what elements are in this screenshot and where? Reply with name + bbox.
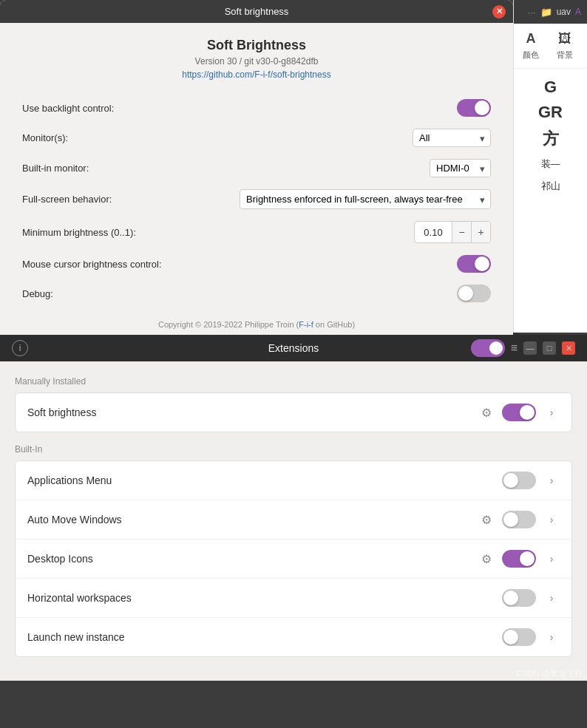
watermark: CSDN @集智飞行 bbox=[517, 668, 583, 679]
panel-g-text: G bbox=[520, 75, 581, 100]
right-panel: ··· 📁 uav A A 颜色 🖼 背景 G GR 方 装— 祁山 bbox=[513, 0, 587, 333]
manually-installed-title: Manually Installed bbox=[15, 376, 572, 387]
background-tab-icon: 🖼 bbox=[558, 31, 571, 47]
background-tab-label: 背景 bbox=[557, 50, 573, 61]
ext-item-desktop-icons: Desktop Icons ⚙ › bbox=[16, 540, 571, 579]
window-close-button[interactable]: ✕ bbox=[492, 5, 506, 18]
chevron-right-soft-brightness[interactable]: › bbox=[543, 404, 560, 421]
ext-item-name-launch-new-instance: Launch new instance bbox=[27, 631, 502, 643]
color-tab-label: 颜色 bbox=[523, 50, 539, 61]
copyright-suffix: on GitHub) bbox=[313, 320, 355, 329]
chevron-right-launch-new-instance[interactable]: › bbox=[543, 629, 560, 645]
window-version: Version 30 / git v30-0-g8842dfb bbox=[22, 56, 491, 67]
debug-toggle-thumb bbox=[458, 286, 473, 301]
toggle-launch-new-instance[interactable] bbox=[502, 628, 536, 646]
toggle-desktop-icons[interactable] bbox=[502, 550, 536, 568]
min-brightness-control: 0.10 − + bbox=[414, 221, 491, 243]
toggle-desktop-icons-thumb bbox=[520, 551, 535, 566]
info-button[interactable]: i bbox=[12, 340, 28, 356]
folder-icon: 📁 bbox=[540, 7, 552, 18]
ext-item-name-auto-move-windows: Auto Move Windows bbox=[27, 514, 478, 525]
backlight-toggle-thumb bbox=[475, 101, 489, 115]
background-tab[interactable]: 🖼 背景 bbox=[548, 24, 582, 68]
ext-item-actions-desktop-icons: ⚙ › bbox=[478, 550, 560, 568]
backlight-label: Use backlight control: bbox=[22, 103, 114, 114]
info-icon: i bbox=[19, 343, 21, 353]
min-brightness-increase-button[interactable]: + bbox=[471, 222, 490, 242]
toggle-horizontal-workspaces-thumb bbox=[503, 591, 518, 605]
ext-item-actions-applications-menu: › bbox=[502, 472, 560, 489]
mouse-brightness-toggle-thumb bbox=[475, 256, 489, 271]
titlebar-title: Soft brightness bbox=[225, 6, 289, 17]
toggle-auto-move-windows-thumb bbox=[503, 512, 518, 527]
maximize-icon: □ bbox=[547, 344, 552, 353]
backlight-toggle[interactable] bbox=[457, 99, 491, 117]
ext-item-name-soft-brightness: Soft brightness bbox=[27, 406, 478, 418]
hamburger-icon[interactable]: ≡ bbox=[511, 341, 518, 355]
fullscreen-select[interactable]: Brightness enforced in full-screen, alwa… bbox=[240, 189, 491, 209]
min-brightness-label: Minimum brightness (0..1): bbox=[22, 227, 136, 238]
toggle-applications-menu[interactable] bbox=[502, 472, 536, 489]
debug-toggle[interactable] bbox=[457, 285, 491, 302]
monitors-label: Monitor(s): bbox=[22, 132, 68, 143]
gear-icon-soft-brightness[interactable]: ⚙ bbox=[478, 404, 495, 421]
fullscreen-select-wrapper: Brightness enforced in full-screen, alwa… bbox=[240, 189, 491, 209]
panel-content: G GR 方 装— 祁山 bbox=[514, 69, 587, 203]
ext-item-horizontal-workspaces: Horizontal workspaces › bbox=[16, 579, 571, 618]
builtin-list: Applications Menu › Auto Move Windows ⚙ bbox=[15, 460, 572, 657]
ext-item-name-applications-menu: Applications Menu bbox=[27, 474, 502, 486]
toggle-applications-menu-thumb bbox=[503, 473, 518, 488]
builtin-setting-row: Built-in monitor: HDMI-0 bbox=[22, 153, 491, 183]
ext-item-name-horizontal-workspaces: Horizontal workspaces bbox=[27, 592, 502, 604]
color-tab-icon: A bbox=[526, 31, 536, 47]
backlight-setting-row: Use backlight control: bbox=[22, 93, 491, 123]
toggle-auto-move-windows[interactable] bbox=[502, 511, 536, 528]
min-brightness-setting-row: Minimum brightness (0..1): 0.10 − + bbox=[22, 215, 491, 249]
monitors-select-wrapper: All Primary All monitors bbox=[413, 129, 491, 147]
panel-tabs: A 颜色 🖼 背景 bbox=[514, 24, 587, 69]
builtin-label: Built-in monitor: bbox=[22, 163, 89, 174]
chevron-right-applications-menu[interactable]: › bbox=[543, 472, 560, 489]
toggle-soft-brightness[interactable] bbox=[502, 404, 536, 421]
github-link[interactable]: https://github.com/F-i-f/soft-brightness bbox=[22, 69, 491, 80]
chevron-right-horizontal-workspaces[interactable]: › bbox=[543, 590, 560, 606]
ext-item-launch-new-instance: Launch new instance › bbox=[16, 618, 571, 656]
window-main-title: Soft Brightness bbox=[22, 38, 491, 53]
copyright-text: Copyright © 2019-2022 Philippe Troin (F-… bbox=[22, 320, 491, 329]
panel-qishan-text: 祁山 bbox=[520, 175, 581, 197]
chevron-right-desktop-icons[interactable]: › bbox=[543, 551, 560, 567]
builtin-select[interactable]: HDMI-0 bbox=[430, 159, 491, 177]
builtin-title: Built-In bbox=[15, 444, 572, 455]
extensions-titlebar-left: i bbox=[12, 340, 28, 356]
debug-label: Debug: bbox=[22, 288, 53, 299]
dots-icon: ··· bbox=[528, 7, 536, 18]
extensions-body: Manually Installed Soft brightness ⚙ › B… bbox=[0, 361, 587, 681]
fullscreen-label: Full-screen behavior: bbox=[22, 194, 112, 205]
chevron-right-auto-move-windows[interactable]: › bbox=[543, 511, 560, 528]
right-panel-topbar: ··· 📁 uav A bbox=[514, 0, 587, 24]
copyright-link[interactable]: F-i-f bbox=[299, 320, 313, 329]
gear-icon-auto-move-windows[interactable]: ⚙ bbox=[478, 511, 495, 528]
min-brightness-value: 0.10 bbox=[415, 224, 452, 241]
ext-item-auto-move-windows: Auto Move Windows ⚙ › bbox=[16, 500, 571, 540]
soft-brightness-window: Soft brightness ✕ Soft Brightness Versio… bbox=[0, 0, 513, 344]
panel-fang-text: 方 bbox=[520, 125, 581, 153]
color-tab[interactable]: A 颜色 bbox=[514, 24, 548, 68]
ext-item-actions-horizontal-workspaces: › bbox=[502, 589, 560, 607]
maximize-button[interactable]: □ bbox=[543, 341, 556, 355]
extensions-master-toggle-thumb bbox=[489, 341, 503, 355]
min-brightness-decrease-button[interactable]: − bbox=[452, 222, 471, 242]
gear-icon-desktop-icons[interactable]: ⚙ bbox=[478, 551, 495, 567]
extensions-titlebar-right: ≡ — □ ✕ bbox=[471, 339, 575, 357]
toggle-horizontal-workspaces[interactable] bbox=[502, 589, 536, 607]
extensions-title: Extensions bbox=[268, 342, 319, 354]
extensions-master-toggle[interactable] bbox=[471, 339, 505, 357]
monitors-select[interactable]: All Primary All monitors bbox=[413, 129, 491, 147]
mouse-brightness-toggle[interactable] bbox=[457, 255, 491, 273]
minimize-button[interactable]: — bbox=[523, 341, 537, 355]
extensions-close-button[interactable]: ✕ bbox=[562, 341, 575, 355]
ext-item-actions-launch-new-instance: › bbox=[502, 628, 560, 646]
soft-brightness-titlebar: Soft brightness ✕ bbox=[0, 0, 513, 23]
monitors-setting-row: Monitor(s): All Primary All monitors bbox=[22, 123, 491, 153]
ext-item-name-desktop-icons: Desktop Icons bbox=[27, 553, 478, 565]
